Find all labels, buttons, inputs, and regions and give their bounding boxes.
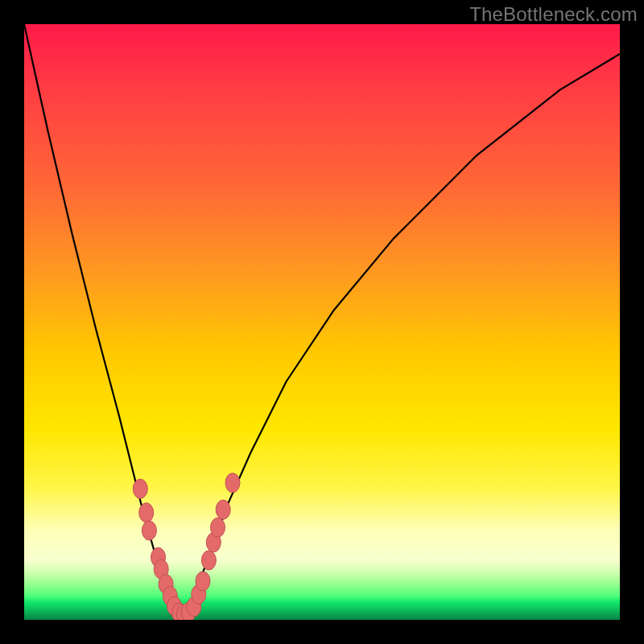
- curve-marker: [225, 473, 240, 493]
- curve-marker: [216, 500, 230, 519]
- chart-frame: TheBottleneck.com: [0, 0, 644, 644]
- curve-marker: [133, 479, 147, 498]
- bottleneck-curve: [24, 24, 620, 617]
- curve-marker: [211, 518, 225, 537]
- marker-group: [133, 473, 240, 620]
- plot-area: [24, 24, 620, 620]
- curve-marker: [196, 572, 210, 591]
- curve-marker: [139, 503, 154, 522]
- curve-layer: [24, 24, 620, 620]
- curve-marker: [142, 521, 156, 540]
- curve-marker: [201, 551, 216, 570]
- watermark-text: TheBottleneck.com: [469, 3, 638, 26]
